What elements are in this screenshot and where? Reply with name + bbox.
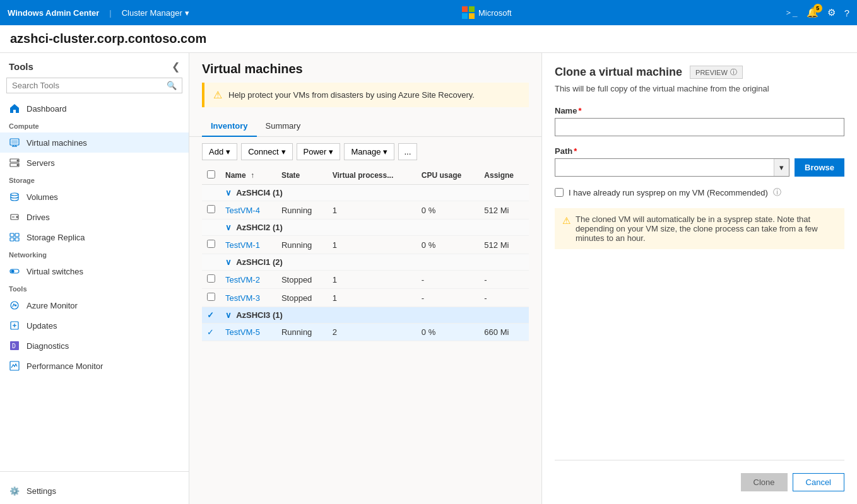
vm-vcpu: 1: [328, 236, 417, 254]
vm-assigned: 660 Mi: [479, 324, 529, 341]
vm-assigned: -: [479, 289, 529, 307]
table-row[interactable]: TestVM-4 Running 1 0 % 512 Mi: [202, 201, 529, 220]
updates-icon: [9, 320, 20, 331]
sidebar-item-drives[interactable]: Drives: [0, 207, 189, 227]
home-icon: [9, 103, 20, 114]
vm-link[interactable]: TestVM-5: [225, 327, 260, 337]
required-star: *: [574, 146, 577, 156]
row-checkbox[interactable]: [207, 205, 215, 213]
table-row[interactable]: TestVM-1 Running 1 0 % 512 Mi: [202, 236, 529, 254]
select-all-checkbox[interactable]: [207, 170, 215, 179]
sidebar-section-storage: Storage: [0, 173, 189, 187]
sidebar-item-label: Servers: [27, 158, 55, 168]
group-row: ∨ AzSHCI2 (1): [202, 220, 529, 236]
sidebar-item-servers[interactable]: Servers: [0, 153, 189, 173]
tab-summary[interactable]: Summary: [257, 116, 310, 137]
sysprep-label[interactable]: I have already run sysprep on my VM (Rec…: [569, 188, 768, 197]
sidebar-header: Tools ❮: [0, 53, 189, 78]
vm-link[interactable]: TestVM-1: [225, 240, 260, 250]
browse-button[interactable]: Browse: [795, 158, 844, 177]
sidebar-item-dashboard[interactable]: Dashboard: [0, 98, 189, 119]
terminal-icon[interactable]: ＞_: [784, 7, 798, 18]
panel-header: Clone a virtual machine PREVIEW ⓘ: [555, 66, 844, 79]
vm-link[interactable]: TestVM-2: [225, 275, 260, 284]
warning-text: The cloned VM will automatically be in a…: [576, 214, 837, 243]
cluster-manager-label[interactable]: Cluster Manager ▾: [122, 8, 189, 18]
sidebar-item-label: Drives: [27, 213, 50, 222]
more-button[interactable]: ...: [398, 143, 417, 160]
sidebar-item-virtual-machines[interactable]: Virtual machines: [0, 132, 189, 153]
sidebar-item-diagnostics[interactable]: D Diagnostics: [0, 336, 189, 356]
sidebar-section-networking: Networking: [0, 247, 189, 261]
vm-state: Running: [276, 236, 328, 254]
sidebar-item-updates[interactable]: Updates: [0, 315, 189, 336]
tab-inventory[interactable]: Inventory: [202, 116, 257, 137]
table-row[interactable]: TestVM-3 Stopped 1 - -: [202, 289, 529, 307]
collapse-icon[interactable]: ∨: [225, 257, 232, 267]
table-row[interactable]: TestVM-2 Stopped 1 - -: [202, 271, 529, 289]
vm-link[interactable]: TestVM-3: [225, 293, 260, 303]
topbar-center: Microsoft: [462, 6, 512, 19]
svg-point-18: [11, 270, 14, 273]
col-name[interactable]: Name ↑: [220, 167, 276, 185]
sysprep-info-icon[interactable]: ⓘ: [773, 187, 781, 198]
bell-icon[interactable]: 🔔 5: [807, 7, 819, 18]
row-checkbox[interactable]: [207, 274, 215, 283]
cancel-button[interactable]: Cancel: [793, 473, 844, 491]
sidebar-item-storage-replica[interactable]: Storage Replica: [0, 227, 189, 247]
search-icon: 🔍: [167, 81, 177, 90]
collapse-icon[interactable]: ∨: [225, 223, 232, 232]
path-row: ▾ Browse: [555, 158, 844, 177]
sidebar-section-tools: Tools: [0, 281, 189, 295]
settings-icon[interactable]: ⚙: [827, 7, 836, 18]
connect-button[interactable]: Connect ▾: [241, 143, 292, 160]
main-content: Virtual machines ⚠ Help protect your VMs…: [189, 53, 541, 504]
vm-assigned: 512 Mi: [479, 201, 529, 220]
svg-point-9: [11, 193, 18, 196]
vm-table: Name ↑ State Virtual process... CPU usag…: [202, 167, 529, 341]
sidebar-item-settings[interactable]: ⚙️ Settings: [0, 481, 189, 504]
sidebar-item-virtual-switches[interactable]: Virtual switches: [0, 261, 189, 281]
page-title-bar: Virtual machines: [189, 53, 541, 76]
vm-assigned: 512 Mi: [479, 236, 529, 254]
settings-gear-icon: ⚙️: [9, 485, 20, 496]
col-vcpu: Virtual process...: [328, 167, 417, 185]
sidebar-item-volumes[interactable]: Volumes: [0, 187, 189, 207]
power-button[interactable]: Power ▾: [297, 143, 341, 160]
sidebar-item-label: Azure Monitor: [27, 301, 78, 310]
search-input[interactable]: [12, 81, 163, 90]
sidebar-item-azure-monitor[interactable]: Azure Monitor: [0, 295, 189, 315]
row-checkbox[interactable]: [207, 293, 215, 301]
sidebar-item-performance-monitor[interactable]: Performance Monitor: [0, 356, 189, 376]
path-input[interactable]: [555, 159, 774, 176]
manage-button[interactable]: Manage ▾: [344, 143, 394, 160]
clone-button[interactable]: Clone: [741, 473, 788, 491]
topbar-left: Windows Admin Center | Cluster Manager ▾: [8, 8, 189, 18]
check-icon: ✓: [207, 327, 214, 337]
app-container: azshci-cluster.corp.contoso.com Tools ❮ …: [0, 25, 857, 504]
add-button[interactable]: Add ▾: [202, 143, 237, 160]
vm-table-container: Name ↑ State Virtual process... CPU usag…: [189, 167, 541, 504]
sidebar-collapse-button[interactable]: ❮: [172, 61, 180, 73]
collapse-icon[interactable]: ∨: [225, 188, 232, 197]
vm-link[interactable]: TestVM-4: [225, 206, 260, 215]
name-input[interactable]: [555, 118, 844, 136]
table-row[interactable]: ✓ TestVM-5 Running 2 0 % 660 Mi: [202, 324, 529, 341]
help-icon[interactable]: ?: [844, 8, 849, 18]
svg-point-11: [16, 216, 18, 218]
required-star: *: [578, 106, 581, 115]
svg-point-8: [17, 165, 18, 166]
row-checkbox[interactable]: [207, 240, 215, 248]
cluster-name: azshci-cluster.corp.contoso.com: [10, 32, 206, 45]
search-container: 🔍: [0, 78, 189, 98]
panel-description: This will be full copy of the virtual ma…: [555, 84, 844, 93]
sidebar-item-label: Dashboard: [27, 104, 67, 114]
collapse-icon[interactable]: ∨: [225, 310, 232, 320]
sidebar-item-label: Volumes: [27, 192, 58, 202]
path-chevron-icon[interactable]: ▾: [774, 159, 789, 176]
name-field-label: Name *: [555, 106, 844, 115]
topbar: Windows Admin Center | Cluster Manager ▾…: [0, 0, 857, 25]
vm-assigned: -: [479, 271, 529, 289]
svg-rect-15: [10, 238, 14, 241]
sysprep-checkbox[interactable]: [555, 188, 564, 197]
